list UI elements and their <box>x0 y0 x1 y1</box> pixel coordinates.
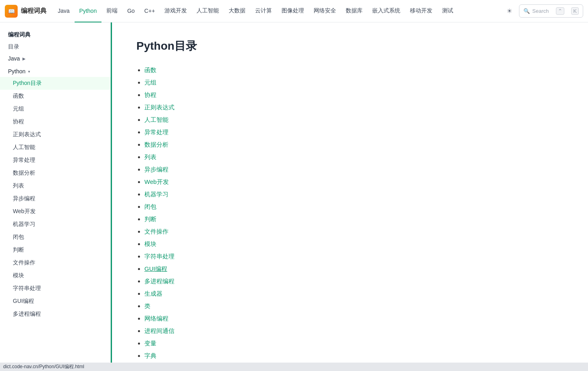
content-link-Web开发[interactable]: Web开发 <box>144 178 169 185</box>
sidebar-group-java-label: Java <box>8 55 20 62</box>
logo-text: 编程词典 <box>21 7 47 15</box>
sidebar-item-Web开发[interactable]: Web开发 <box>0 205 112 218</box>
list-item: 机器学习 <box>144 191 564 198</box>
nav-item-云计算[interactable]: 云计算 <box>250 0 277 22</box>
list-item: 网络编程 <box>144 315 564 323</box>
sidebar-item-列表[interactable]: 列表 <box>0 179 112 192</box>
content-link-文件操作[interactable]: 文件操作 <box>144 228 168 235</box>
sidebar-group-java: Java ▶ <box>0 53 112 64</box>
chevron-down-icon: ▾ <box>28 69 30 74</box>
sidebar-item-元组[interactable]: 元组 <box>0 103 112 115</box>
sidebar-item-判断[interactable]: 判断 <box>0 244 112 256</box>
nav-item-Go[interactable]: Go <box>122 0 140 22</box>
content-link-字典[interactable]: 字典 <box>144 352 156 359</box>
list-item: 判断 <box>144 216 564 223</box>
list-item: 列表 <box>144 153 564 161</box>
sidebar-item-机器学习[interactable]: 机器学习 <box>0 218 112 231</box>
list-item: 闭包 <box>144 203 564 211</box>
layout: 编程词典 目录 Java ▶ Python ▾ Python目录函数元组协程正则… <box>0 22 588 371</box>
content-link-GUI编程[interactable]: GUI编程 <box>144 265 167 272</box>
nav-item-网络安全[interactable]: 网络安全 <box>309 0 341 22</box>
nav-item-数据库[interactable]: 数据库 <box>341 0 367 22</box>
sidebar-group-python-label: Python <box>8 68 26 75</box>
content-link-多进程编程[interactable]: 多进程编程 <box>144 278 174 284</box>
sidebar-item-异步编程[interactable]: 异步编程 <box>0 192 112 205</box>
list-item: 变量 <box>144 340 564 347</box>
list-item: 正则表达式 <box>144 104 564 111</box>
list-item: 生成器 <box>144 290 564 298</box>
list-item: 模块 <box>144 240 564 248</box>
nav-item-嵌入式系统[interactable]: 嵌入式系统 <box>367 0 405 22</box>
sidebar-item-Python目录[interactable]: Python目录 <box>0 77 112 90</box>
content-link-生成器[interactable]: 生成器 <box>144 290 162 297</box>
logo[interactable]: 📖 编程词典 <box>5 5 47 18</box>
list-item: 人工智能 <box>144 116 564 124</box>
nav-item-C++[interactable]: C++ <box>140 0 160 22</box>
nav-item-前端[interactable]: 前端 <box>101 0 122 22</box>
content-link-数据分析[interactable]: 数据分析 <box>144 141 168 148</box>
list-item: 进程间通信 <box>144 327 564 335</box>
list-item: 字典 <box>144 352 564 360</box>
list-item: 函数 <box>144 67 564 74</box>
status-bar: dict.code-nav.cn/Python/GUI编程.html <box>0 363 588 371</box>
content-link-函数[interactable]: 函数 <box>144 67 156 73</box>
content-link-变量[interactable]: 变量 <box>144 340 156 347</box>
search-kbd-k: K <box>571 7 579 15</box>
search-kbd: ⌃ <box>556 7 564 15</box>
list-item: 异常处理 <box>144 129 564 136</box>
content-link-异常处理[interactable]: 异常处理 <box>144 129 168 135</box>
sidebar-item-协程[interactable]: 协程 <box>0 115 112 128</box>
list-item: 多进程编程 <box>144 278 564 285</box>
content-link-模块[interactable]: 模块 <box>144 240 156 247</box>
content-link-字符串处理[interactable]: 字符串处理 <box>144 253 174 260</box>
nav-item-Java[interactable]: Java <box>53 0 75 22</box>
list-item: 数据分析 <box>144 141 564 149</box>
nav-item-图像处理[interactable]: 图像处理 <box>277 0 309 22</box>
page-title: Python目录 <box>136 38 564 54</box>
nav-item-移动开发[interactable]: 移动开发 <box>405 0 437 22</box>
list-item: GUI编程 <box>144 265 564 273</box>
nav-item-Python[interactable]: Python <box>75 0 102 22</box>
logo-icon: 📖 <box>5 5 18 18</box>
content-link-正则表达式[interactable]: 正则表达式 <box>144 104 174 111</box>
nav-item-大数据[interactable]: 大数据 <box>224 0 250 22</box>
sidebar-toc-label: 目录 <box>0 41 112 53</box>
content-link-机器学习[interactable]: 机器学习 <box>144 191 168 198</box>
sidebar-group-python: Python ▾ Python目录函数元组协程正则表达式人工智能异常处理数据分析… <box>0 66 112 321</box>
content-link-进程间通信[interactable]: 进程间通信 <box>144 327 174 334</box>
content-link-类[interactable]: 类 <box>144 302 150 309</box>
sidebar-item-数据分析[interactable]: 数据分析 <box>0 167 112 179</box>
sidebar-item-函数[interactable]: 函数 <box>0 90 112 103</box>
content-link-元组[interactable]: 元组 <box>144 79 156 86</box>
nav-item-游戏开发[interactable]: 游戏开发 <box>160 0 192 22</box>
chevron-right-icon: ▶ <box>22 56 26 61</box>
content-link-网络编程[interactable]: 网络编程 <box>144 315 168 322</box>
sidebar-item-闭包[interactable]: 闭包 <box>0 231 112 244</box>
content-link-人工智能[interactable]: 人工智能 <box>144 116 168 123</box>
content-link-判断[interactable]: 判断 <box>144 216 156 222</box>
content-link-闭包[interactable]: 闭包 <box>144 203 156 210</box>
navbar: 📖 编程词典 JavaPython前端GoC++游戏开发人工智能大数据云计算图像… <box>0 0 588 22</box>
sidebar-item-正则表达式[interactable]: 正则表达式 <box>0 128 112 141</box>
sidebar-group-java-header[interactable]: Java ▶ <box>0 53 112 64</box>
sidebar-item-文件操作[interactable]: 文件操作 <box>0 256 112 269</box>
sidebar-item-异常处理[interactable]: 异常处理 <box>0 154 112 167</box>
content-list: 函数元组协程正则表达式人工智能异常处理数据分析列表异步编程Web开发机器学习闭包… <box>136 67 564 371</box>
search-bar[interactable]: 🔍 Search ⌃ K <box>519 4 583 18</box>
sidebar-item-字符串处理[interactable]: 字符串处理 <box>0 282 112 295</box>
nav-item-人工智能[interactable]: 人工智能 <box>192 0 224 22</box>
content-link-异步编程[interactable]: 异步编程 <box>144 166 168 173</box>
nav-item-测试[interactable]: 测试 <box>437 0 458 22</box>
sidebar-item-GUI编程[interactable]: GUI编程 <box>0 295 112 308</box>
content-link-协程[interactable]: 协程 <box>144 91 156 98</box>
sidebar-item-人工智能[interactable]: 人工智能 <box>0 141 112 154</box>
list-item: 协程 <box>144 91 564 99</box>
content-link-列表[interactable]: 列表 <box>144 153 156 160</box>
list-item: Web开发 <box>144 178 564 186</box>
sidebar-group-python-header[interactable]: Python ▾ <box>0 66 112 77</box>
theme-toggle-button[interactable]: ☀ <box>503 5 516 18</box>
sidebar-python-items: Python目录函数元组协程正则表达式人工智能异常处理数据分析列表异步编程Web… <box>0 77 112 321</box>
sidebar-item-多进程编程[interactable]: 多进程编程 <box>0 308 112 321</box>
list-item: 元组 <box>144 79 564 87</box>
sidebar-item-模块[interactable]: 模块 <box>0 269 112 282</box>
